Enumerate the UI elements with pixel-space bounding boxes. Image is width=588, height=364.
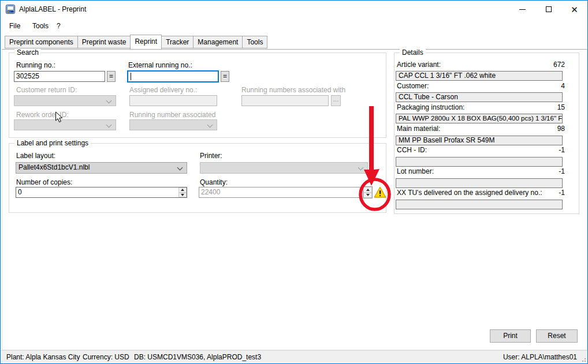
running-numbers-associated-with-label: Running numbers associated with bbox=[241, 86, 345, 94]
detail-id: 98 bbox=[396, 125, 565, 133]
tab-preprint-components[interactable]: Preprint components bbox=[5, 36, 78, 48]
external-running-no-label: External running no.: bbox=[128, 61, 192, 69]
reset-button[interactable]: Reset bbox=[536, 329, 578, 343]
number-of-copies-input[interactable]: 0 bbox=[16, 187, 187, 198]
chevron-down-icon bbox=[207, 122, 213, 128]
detail-id: 672 bbox=[396, 61, 565, 69]
detail-id: 15 bbox=[396, 103, 565, 111]
menu-tools[interactable]: Tools bbox=[29, 20, 51, 32]
assigned-delivery-no-label: Assigned delivery no.: bbox=[129, 86, 197, 94]
detail-id: 4 bbox=[396, 82, 565, 90]
maximize-button[interactable] bbox=[535, 1, 561, 18]
status-currency: Currency: USD bbox=[83, 353, 129, 361]
close-icon: ✕ bbox=[571, 5, 578, 14]
status-db: DB: USMCD1VMS036, AlplaPROD_test3 bbox=[134, 353, 261, 361]
detail-id: -1 bbox=[396, 146, 565, 154]
close-button[interactable]: ✕ bbox=[561, 1, 587, 18]
tab-tracker[interactable]: Tracker bbox=[161, 36, 193, 48]
spinner-down-icon bbox=[363, 193, 372, 198]
detail-id: -1 bbox=[396, 167, 565, 175]
tab-preprint-waste[interactable]: Preprint waste bbox=[77, 36, 131, 48]
spinner-up-icon[interactable] bbox=[178, 187, 187, 193]
rework-order-id-label: Rework order ID: bbox=[16, 111, 69, 119]
external-running-no-equals-button[interactable]: = bbox=[221, 71, 229, 82]
warning-icon bbox=[374, 186, 386, 198]
minimize-button[interactable] bbox=[509, 1, 535, 18]
running-no-equals-button[interactable]: = bbox=[107, 71, 116, 82]
label-print-settings-legend: Label and print settings bbox=[14, 139, 91, 147]
minimize-icon bbox=[519, 9, 526, 10]
status-plant: Plant: Alpla Kansas City bbox=[6, 353, 80, 361]
resize-grip[interactable] bbox=[580, 356, 586, 362]
rework-order-id-combo bbox=[14, 119, 116, 130]
tab-strip: Preprint components Preprint waste Repri… bbox=[5, 35, 267, 48]
status-bar: Plant: Alpla Kansas City Currency: USD D… bbox=[1, 350, 587, 363]
maximize-icon bbox=[546, 6, 552, 12]
customer-return-id-combo bbox=[14, 95, 116, 106]
running-no-input[interactable]: 302525 bbox=[14, 71, 105, 82]
chevron-down-icon bbox=[106, 122, 112, 128]
details-group-legend: Details bbox=[400, 48, 426, 57]
number-of-copies-label: Number of copies: bbox=[16, 178, 72, 186]
running-number-associated-label: Running number associated bbox=[129, 111, 215, 119]
print-button[interactable]: Print bbox=[490, 329, 531, 343]
quantity-spinner bbox=[363, 186, 373, 198]
app-icon bbox=[6, 5, 15, 14]
label-layout-label: Label layout: bbox=[16, 152, 55, 160]
quantity-input: 22400 bbox=[199, 187, 361, 198]
status-user: User: ALPLA\matthes01 bbox=[503, 353, 577, 361]
detail-field-cch-id bbox=[396, 157, 563, 167]
quantity-label: Quantity: bbox=[200, 178, 228, 186]
running-no-label: Running no.: bbox=[16, 61, 55, 69]
search-group-legend: Search bbox=[14, 48, 41, 57]
printer-combo bbox=[200, 162, 368, 174]
running-number-associated-combo bbox=[129, 119, 217, 130]
chevron-down-icon bbox=[106, 98, 112, 104]
menu-bar: File Tools ? bbox=[1, 18, 587, 33]
tab-tools[interactable]: Tools bbox=[242, 36, 267, 48]
text-caret bbox=[131, 73, 131, 80]
tab-management[interactable]: Management bbox=[193, 36, 243, 48]
window-title: AlplaLABEL - Preprint bbox=[19, 5, 86, 13]
spinner-up-icon bbox=[363, 187, 372, 193]
running-numbers-browse-button: ... bbox=[331, 95, 341, 106]
spinner-down-icon[interactable] bbox=[178, 193, 187, 198]
detail-field-article-variant: CAP CCL 1 3/16" FT .062 white bbox=[396, 71, 563, 81]
customer-return-id-label: Customer return ID: bbox=[16, 86, 77, 94]
chevron-down-icon bbox=[177, 165, 183, 171]
chevron-down-icon bbox=[358, 165, 364, 171]
detail-field-main-material: MM PP Basell Profax SR 549M bbox=[396, 136, 563, 145]
app-window: AlplaLABEL - Preprint ✕ File Tools ? Pre… bbox=[0, 0, 588, 364]
detail-field-xx-tus-delivered bbox=[396, 200, 563, 209]
title-bar: AlplaLABEL - Preprint ✕ bbox=[1, 1, 587, 18]
running-numbers-associated-with-input bbox=[241, 95, 329, 106]
detail-field-lot-number bbox=[396, 178, 563, 188]
printer-label: Printer: bbox=[200, 152, 222, 160]
detail-field-packaging-instruction: PAL WWP 2800u X 18 BOX BAG(50,400 pcs) 1… bbox=[396, 114, 563, 123]
external-running-no-input[interactable] bbox=[127, 70, 219, 82]
tab-reprint[interactable]: Reprint bbox=[130, 35, 162, 49]
menu-file[interactable]: File bbox=[6, 20, 23, 32]
assigned-delivery-no-input bbox=[129, 95, 217, 106]
menu-help[interactable]: ? bbox=[54, 20, 64, 32]
detail-id: -1 bbox=[396, 189, 565, 197]
number-of-copies-spinner[interactable] bbox=[178, 187, 187, 197]
label-layout-combo[interactable]: Pallet4x6Std1bcV1.nlbl bbox=[16, 162, 187, 174]
detail-field-customer: CCL Tube - Carson bbox=[396, 92, 563, 102]
